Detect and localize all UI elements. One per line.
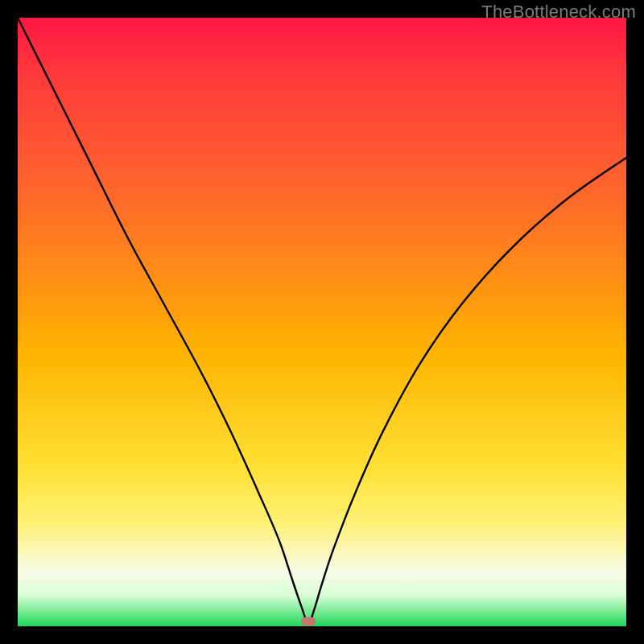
bottleneck-curve-path bbox=[18, 18, 626, 623]
minimum-marker bbox=[301, 617, 316, 625]
chart-frame: TheBottleneck.com bbox=[0, 0, 644, 644]
plot-area bbox=[18, 18, 626, 626]
line-chart bbox=[18, 18, 626, 626]
